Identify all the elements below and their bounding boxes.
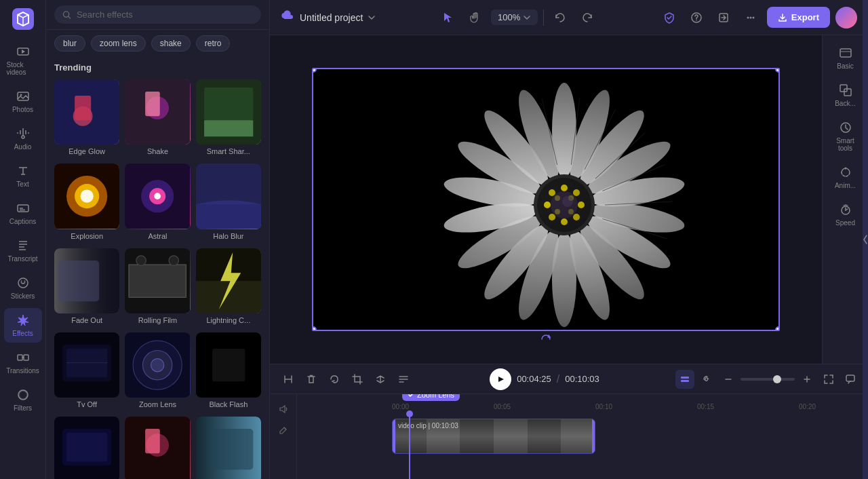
effect-explosion[interactable]: Explosion xyxy=(54,164,119,242)
effect-preview-astral xyxy=(125,164,190,229)
sidebar-item-stickers[interactable]: Stickers xyxy=(4,271,42,305)
chip-blur[interactable]: blur xyxy=(54,35,85,52)
search-box[interactable] xyxy=(54,5,261,24)
right-tool-basic[interactable]: Basic xyxy=(827,41,865,75)
hand-tool-button[interactable] xyxy=(464,7,486,28)
video-track[interactable]: video clip | 00:10:03 xyxy=(392,419,595,454)
effect-zoom-lens[interactable]: Zoom Lens xyxy=(125,332,190,411)
sidebar-item-stock-videos[interactable]: Stock videos xyxy=(4,39,42,81)
track-controls xyxy=(270,394,297,479)
right-tool-smart-tools[interactable]: Smart tools xyxy=(827,115,865,157)
sidebar-item-filters[interactable]: Filters xyxy=(4,383,42,417)
more-button[interactable] xyxy=(740,7,762,28)
video-track-label: video clip | 00:10:03 xyxy=(398,422,458,429)
redo-button[interactable] xyxy=(576,7,598,28)
effect-lightning[interactable]: Lightning C... xyxy=(196,248,261,327)
corner-handle-br[interactable] xyxy=(775,326,780,331)
track-handle-left[interactable] xyxy=(393,419,395,453)
trending-title: Trending xyxy=(54,62,261,73)
shield-icon-button[interactable] xyxy=(658,7,680,28)
right-panel: Basic Back... Smart tools xyxy=(822,35,868,364)
svg-rect-119 xyxy=(844,89,851,96)
sidebar-item-text[interactable]: Text xyxy=(4,159,42,193)
svg-rect-34 xyxy=(58,261,99,301)
effects-panel: blur zoom lens shake retro Trending Edge… xyxy=(46,0,270,479)
effect-tv-off[interactable]: Tv Off xyxy=(54,332,119,411)
effect-shake[interactable]: Shake xyxy=(125,79,190,158)
effect-astral[interactable]: Astral xyxy=(125,164,190,242)
sidebar-item-effects[interactable]: Effects xyxy=(4,308,42,343)
volume-button[interactable] xyxy=(274,400,293,419)
search-input[interactable] xyxy=(77,9,253,20)
help-button[interactable] xyxy=(686,7,707,28)
rotate-handle[interactable] xyxy=(540,334,551,345)
zoom-slider[interactable] xyxy=(741,378,795,381)
sidebar-item-transitions[interactable]: Transitions xyxy=(4,345,42,380)
more-tl-button[interactable] xyxy=(393,369,414,389)
effect-vibration[interactable]: Vibration Fi... xyxy=(125,417,190,479)
collapse-panel-button[interactable] xyxy=(863,394,868,479)
svg-rect-10 xyxy=(18,355,22,360)
avatar[interactable] xyxy=(835,7,857,28)
effect-fade-in[interactable]: Fade In xyxy=(196,417,261,479)
cursor-tool-button[interactable] xyxy=(437,7,458,28)
corner-handle-tr[interactable] xyxy=(775,68,780,73)
split-button[interactable] xyxy=(278,369,298,389)
crop-button[interactable] xyxy=(347,369,368,389)
svg-rect-116 xyxy=(313,69,780,331)
sidebar-item-photos[interactable]: Photos xyxy=(4,84,42,119)
track-handle-right[interactable] xyxy=(592,419,595,453)
playhead[interactable] xyxy=(409,413,410,479)
ruler-marks: 00:00 00:05 00:10 00:15 00:20 00:25 xyxy=(297,403,868,410)
svg-point-5 xyxy=(22,136,24,138)
effects-grid: Edge Glow Shake xyxy=(54,79,261,479)
edit-button[interactable] xyxy=(274,421,293,440)
effect-smart-sharp[interactable]: Smart Shar... xyxy=(196,79,261,158)
canvas-container: Ratio xyxy=(312,68,780,331)
right-tool-back[interactable]: Back... xyxy=(827,78,865,113)
effect-halo-blur[interactable]: Halo Blur xyxy=(196,164,261,242)
effect-tv-on[interactable]: TV On xyxy=(54,417,119,479)
split-tracks-button[interactable] xyxy=(675,370,694,389)
svg-rect-36 xyxy=(129,265,186,297)
timeline: 00:04:25 / 00:10:03 xyxy=(270,364,868,479)
flip-button[interactable] xyxy=(370,369,391,389)
sidebar-item-captions[interactable]: Captions xyxy=(4,196,42,231)
svg-point-8 xyxy=(20,281,22,282)
effect-thumb-vibration xyxy=(125,417,190,479)
play-button[interactable] xyxy=(490,368,511,390)
svg-point-49 xyxy=(151,359,164,372)
link-button[interactable] xyxy=(697,370,716,389)
effect-rolling-film[interactable]: Rolling Film xyxy=(125,248,190,327)
effect-edge-glow[interactable]: Edge Glow xyxy=(54,79,119,158)
export-button[interactable]: Export xyxy=(767,7,830,28)
effect-black-flash[interactable]: Black Flash xyxy=(196,332,261,411)
fullscreen-button[interactable] xyxy=(819,370,838,389)
undo-button[interactable] xyxy=(549,7,571,28)
right-tool-anim[interactable]: Anim... xyxy=(827,160,865,195)
effect-preview-tv-on xyxy=(54,417,119,479)
chip-retro[interactable]: retro xyxy=(196,35,231,52)
share-button[interactable] xyxy=(713,7,734,28)
right-tool-speed[interactable]: Speed xyxy=(827,197,865,232)
svg-rect-117 xyxy=(840,49,851,57)
sidebar-item-transcript[interactable]: Transcript xyxy=(4,233,42,268)
corner-handle-bl[interactable] xyxy=(312,326,317,331)
chip-shake[interactable]: shake xyxy=(151,35,191,52)
svg-rect-54 xyxy=(66,433,107,461)
delete-button[interactable] xyxy=(301,369,321,389)
comment-button[interactable] xyxy=(841,370,860,389)
sidebar-item-audio[interactable]: Audio xyxy=(4,121,42,156)
effect-fade-out[interactable]: Fade Out xyxy=(54,248,119,327)
plus-zoom-button[interactable] xyxy=(797,370,816,389)
project-name[interactable]: Untitled project xyxy=(300,12,376,23)
minus-zoom-button[interactable] xyxy=(719,370,738,389)
effect-name-tv-off: Tv Off xyxy=(54,398,119,411)
svg-rect-124 xyxy=(681,377,689,379)
app-logo xyxy=(9,5,37,33)
chip-zoom-lens[interactable]: zoom lens xyxy=(91,35,146,52)
loop-button[interactable] xyxy=(324,369,344,389)
zoom-control[interactable]: 100% xyxy=(491,9,538,25)
effect-thumb-black-flash xyxy=(196,332,261,398)
svg-rect-11 xyxy=(24,355,28,360)
